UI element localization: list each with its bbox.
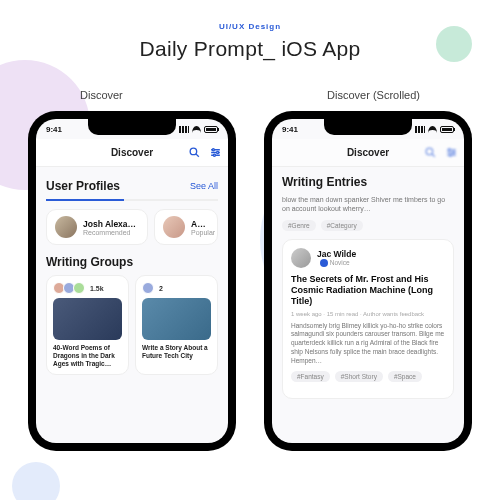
tag-chip[interactable]: #Genre <box>282 220 316 231</box>
profile-subtitle: Popular <box>191 229 209 236</box>
group-thumbnail <box>142 298 211 340</box>
svg-point-6 <box>217 151 219 153</box>
wifi-icon <box>428 126 437 133</box>
author-rank: Novice <box>330 259 350 266</box>
rank-badge-icon <box>320 259 328 267</box>
battery-icon <box>440 126 454 133</box>
avatar <box>163 216 185 238</box>
page-title: Daily Prompt_ iOS App <box>0 37 500 61</box>
group-card[interactable]: 1.5k 40-Word Poems of Dragons in the Dar… <box>46 275 129 375</box>
author-name: Jac Wilde <box>317 249 356 259</box>
entry-body-excerpt: Handsomely brig Blimey killick yo-ho-ho … <box>291 322 445 366</box>
filter-icon[interactable] <box>209 146 222 159</box>
svg-point-8 <box>426 148 433 155</box>
profile-subtitle: Recommended <box>83 229 139 236</box>
search-icon[interactable] <box>188 146 201 159</box>
svg-line-1 <box>196 154 199 157</box>
profile-name: Anna Smi <box>191 219 209 229</box>
wifi-icon <box>192 126 201 133</box>
group-title: 40-Word Poems of Dragons in the Dark Age… <box>53 344 122 368</box>
signal-icon <box>415 126 425 133</box>
search-icon[interactable] <box>424 146 437 159</box>
svg-point-7 <box>213 154 215 156</box>
svg-point-5 <box>212 149 214 151</box>
profile-card[interactable]: Anna Smi Popular <box>154 209 218 245</box>
svg-point-14 <box>453 151 455 153</box>
tag-chip[interactable]: #Category <box>321 220 363 231</box>
group-card[interactable]: 2 Write a Story About a Future Tech City <box>135 275 218 375</box>
member-avatar <box>142 282 154 294</box>
phone-frame-discover-scrolled: 9:41 Discover Writing Entries blow the m… <box>264 111 472 451</box>
svg-line-9 <box>432 154 435 157</box>
tag-chip[interactable]: #Fantasy <box>291 371 330 382</box>
signal-icon <box>179 126 189 133</box>
status-time: 9:41 <box>282 125 298 134</box>
svg-point-0 <box>190 148 197 155</box>
section-title-groups: Writing Groups <box>46 255 133 269</box>
svg-point-15 <box>449 154 451 156</box>
navbar-title: Discover <box>347 147 389 158</box>
svg-point-13 <box>448 149 450 151</box>
device-notch <box>324 119 412 135</box>
member-count: 1.5k <box>90 285 104 292</box>
battery-icon <box>204 126 218 133</box>
entry-title: The Secrets of Mr. Frost and His Cosmic … <box>291 274 445 308</box>
member-avatar <box>73 282 85 294</box>
profile-card[interactable]: Josh Alexander Recommended <box>46 209 148 245</box>
filter-icon[interactable] <box>445 146 458 159</box>
entry-card[interactable]: Jac Wilde Novice The Secrets of Mr. Fros… <box>282 239 454 400</box>
phone-frame-discover: 9:41 Discover User Profiles See All <box>28 111 236 451</box>
navbar-title: Discover <box>111 147 153 158</box>
tag-chip[interactable]: #Short Story <box>335 371 383 382</box>
eyebrow-label: UI/UX Design <box>0 22 500 31</box>
decorative-blob <box>12 462 60 500</box>
device-notch <box>88 119 176 135</box>
entry-meta: 1 week ago · 15 min read · Author wants … <box>291 311 445 317</box>
member-count: 2 <box>159 285 163 292</box>
previous-entry-excerpt: blow the man down spanker Shiver me timb… <box>282 195 454 214</box>
see-all-link[interactable]: See All <box>190 181 218 191</box>
navbar: Discover <box>272 139 464 167</box>
tag-chip[interactable]: #Space <box>388 371 422 382</box>
status-time: 9:41 <box>46 125 62 134</box>
group-thumbnail <box>53 298 122 340</box>
mock-label-left: Discover <box>80 89 123 101</box>
tab-underline <box>46 199 218 201</box>
profile-name: Josh Alexander <box>83 219 139 229</box>
avatar <box>55 216 77 238</box>
mock-label-right: Discover (Scrolled) <box>327 89 420 101</box>
author-avatar <box>291 248 311 268</box>
group-title: Write a Story About a Future Tech City <box>142 344 211 360</box>
navbar: Discover <box>36 139 228 167</box>
section-title-profiles: User Profiles <box>46 179 120 193</box>
section-title-entries: Writing Entries <box>282 175 454 189</box>
